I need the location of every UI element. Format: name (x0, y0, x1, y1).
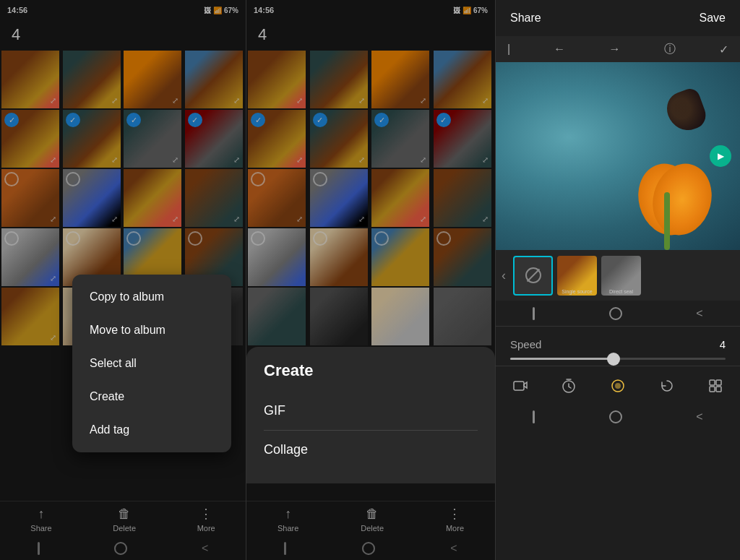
film-thumb-3[interactable]: Direct seal (601, 256, 641, 296)
create-item[interactable]: Create (72, 380, 231, 413)
save-top-button[interactable]: Save (700, 12, 726, 25)
editor-bottom-menu (533, 410, 535, 423)
editor-toolbar: | ← → ⓘ ✓ (496, 36, 740, 62)
svg-rect-6 (710, 387, 715, 392)
film-thumb-1[interactable] (513, 256, 553, 296)
gif-item[interactable]: GIF (264, 392, 478, 431)
speed-value: 4 (720, 338, 726, 350)
create-submenu: Create GIF Collage (246, 347, 495, 483)
film-strip: ‹ Single source Direct seal (496, 250, 740, 301)
svg-point-3 (615, 383, 621, 389)
create-menu-title: Create (264, 361, 478, 380)
flower-stem (664, 192, 670, 250)
edit-tool-icon[interactable] (707, 378, 723, 394)
video-tool-icon[interactable] (512, 378, 528, 394)
phone-panel-1: 14:56 🖼 📶 67% 4 ⤢ ⤢ ⤢ ⤢ ✓⤢ ✓⤢ ✓⤢ ✓⤢ ⤢ ⤢ … (0, 0, 246, 560)
disabled-icon (525, 267, 541, 283)
speed-slider-fill (510, 358, 618, 360)
film-thumb-label-2: Single source (557, 289, 597, 294)
toolbar-check-icon[interactable]: ✓ (719, 43, 728, 56)
prev-button[interactable]: ‹ (502, 268, 506, 283)
speed-label: Speed (510, 338, 541, 350)
svg-rect-7 (716, 387, 721, 392)
toolbar-forward-icon[interactable]: → (609, 43, 621, 56)
film-thumb-label-3: Direct seal (601, 289, 641, 294)
timer-tool-icon[interactable] (561, 378, 577, 394)
editor-bottom-home (609, 410, 622, 423)
editor-nav-back: < (696, 307, 702, 320)
speed-slider[interactable] (510, 358, 726, 360)
editor-top-bar: Share Save (496, 0, 740, 36)
butterfly-image (496, 62, 740, 250)
play-button[interactable]: ▶ (710, 145, 731, 167)
speed-section: Speed 4 (496, 327, 740, 366)
svg-rect-5 (716, 380, 721, 385)
speed-row: Speed 4 (510, 338, 726, 350)
svg-rect-4 (710, 380, 715, 385)
svg-rect-0 (514, 382, 524, 390)
select-all-item[interactable]: Select all (72, 347, 231, 380)
flower-element (624, 120, 718, 250)
toolbar-back-icon[interactable]: ← (554, 43, 565, 56)
add-tag-item[interactable]: Add tag (72, 413, 231, 447)
copy-to-album-item[interactable]: Copy to album (72, 280, 231, 314)
color-tool-icon[interactable] (610, 378, 626, 394)
editor-bottom-nav: < (496, 405, 740, 428)
editor-nav-bar: < (496, 301, 740, 327)
phone-panel-2: 14:56 🖼 📶 67% 4 ⤢ ⤢ ⤢ ⤢ ✓⤢ ✓⤢ ✓⤢ ✓⤢ ⤢ ⤢ … (246, 0, 495, 560)
rotate-tool-icon[interactable] (659, 378, 675, 394)
editor-nav-menu (533, 307, 535, 320)
editor-panel: Share Save | ← → ⓘ ✓ ▶ ‹ (495, 0, 740, 560)
toolbar-info-icon[interactable]: ⓘ (664, 42, 676, 57)
editor-bottom-back: < (696, 410, 702, 423)
editor-nav-home (609, 307, 622, 320)
butterfly-wing (662, 86, 710, 136)
film-thumb-2[interactable]: Single source (557, 256, 597, 296)
collage-item[interactable]: Collage (264, 431, 478, 469)
context-menu: Copy to album Move to album Select all C… (72, 275, 231, 452)
move-to-album-item[interactable]: Move to album (72, 314, 231, 347)
toolbar-line-icon[interactable]: | (507, 43, 510, 56)
editor-bottom-tools (496, 366, 740, 405)
speed-thumb[interactable] (607, 353, 620, 366)
share-top-button[interactable]: Share (510, 12, 541, 25)
butterfly-element (668, 91, 704, 131)
editor-image-area: ▶ (496, 62, 740, 250)
